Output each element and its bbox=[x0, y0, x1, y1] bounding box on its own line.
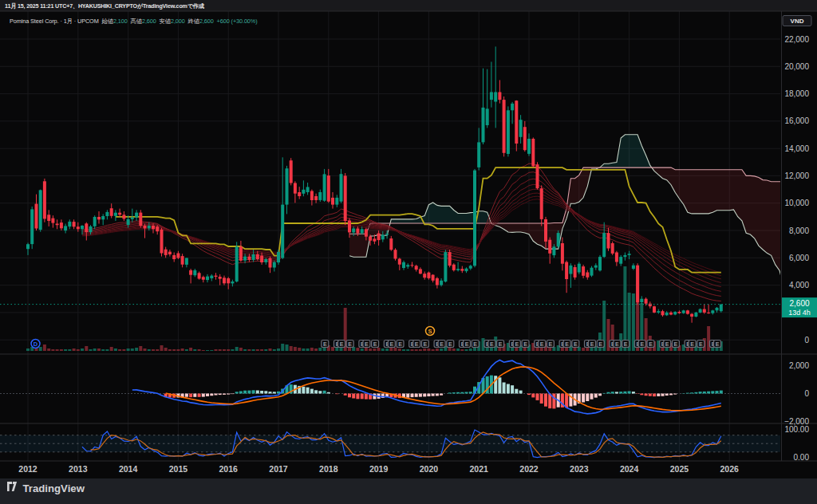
svg-text:8,000: 8,000 bbox=[789, 226, 809, 235]
svg-text:E: E bbox=[523, 341, 527, 347]
svg-text:E: E bbox=[549, 341, 553, 347]
svg-text:E: E bbox=[490, 341, 494, 347]
svg-text:S: S bbox=[428, 328, 432, 335]
svg-text:E: E bbox=[565, 341, 569, 347]
svg-text:E: E bbox=[716, 341, 720, 347]
svg-text:E: E bbox=[465, 341, 469, 347]
svg-text:2021: 2021 bbox=[470, 464, 489, 474]
svg-text:E: E bbox=[598, 341, 602, 347]
svg-text:16,000: 16,000 bbox=[784, 116, 809, 125]
svg-text:E: E bbox=[424, 341, 428, 347]
svg-text:E: E bbox=[389, 341, 393, 347]
svg-text:E: E bbox=[448, 341, 452, 347]
svg-text:2,600: 2,600 bbox=[789, 299, 809, 308]
svg-text:E: E bbox=[590, 341, 594, 347]
svg-text:E: E bbox=[373, 341, 377, 347]
svg-text:22,000: 22,000 bbox=[784, 35, 809, 44]
svg-text:E: E bbox=[440, 341, 444, 347]
svg-text:4,000: 4,000 bbox=[789, 281, 809, 289]
svg-text:10,000: 10,000 bbox=[784, 199, 809, 207]
svg-text:E: E bbox=[398, 341, 402, 347]
svg-text:12,000: 12,000 bbox=[784, 171, 809, 180]
svg-text:2012: 2012 bbox=[18, 464, 37, 474]
svg-text:E: E bbox=[699, 341, 703, 347]
svg-text:E: E bbox=[540, 341, 544, 347]
svg-text:18,000: 18,000 bbox=[784, 89, 809, 98]
svg-text:2014: 2014 bbox=[119, 464, 138, 474]
svg-text:E: E bbox=[640, 341, 644, 347]
svg-text:0.00: 0.00 bbox=[794, 453, 810, 462]
svg-text:D: D bbox=[34, 341, 38, 348]
svg-text:VND: VND bbox=[791, 18, 804, 25]
svg-text:E: E bbox=[674, 341, 678, 347]
svg-text:20,000: 20,000 bbox=[784, 62, 809, 71]
svg-text:2013: 2013 bbox=[69, 464, 88, 474]
svg-text:E: E bbox=[515, 341, 519, 347]
svg-text:E: E bbox=[323, 341, 327, 347]
svg-text:2015: 2015 bbox=[169, 464, 188, 474]
svg-text:E: E bbox=[473, 341, 477, 347]
svg-text:11月 15, 2025 11:21 UTC+7、HYAKU: 11月 15, 2025 11:21 UTC+7、HYAKUSHIKI_CRYP… bbox=[5, 2, 205, 10]
svg-text:2018: 2018 bbox=[319, 464, 338, 474]
svg-text:E: E bbox=[499, 341, 503, 347]
svg-text:0: 0 bbox=[804, 336, 809, 345]
svg-text:2026: 2026 bbox=[720, 464, 740, 474]
svg-text:TradingView: TradingView bbox=[23, 482, 85, 494]
svg-text:E: E bbox=[649, 341, 653, 347]
svg-text:2025: 2025 bbox=[670, 464, 689, 474]
svg-text:E: E bbox=[615, 341, 619, 347]
svg-text:E: E bbox=[665, 341, 669, 347]
svg-text:2017: 2017 bbox=[269, 464, 288, 474]
svg-text:0: 0 bbox=[804, 389, 809, 398]
svg-text:E: E bbox=[690, 341, 694, 347]
svg-text:100.00: 100.00 bbox=[784, 425, 809, 434]
svg-text:2,000: 2,000 bbox=[789, 361, 809, 370]
svg-text:E: E bbox=[340, 341, 344, 347]
svg-text:E: E bbox=[574, 341, 578, 347]
svg-text:2022: 2022 bbox=[519, 464, 539, 474]
svg-text:13d 4h: 13d 4h bbox=[788, 309, 811, 317]
svg-text:E: E bbox=[415, 341, 419, 347]
svg-text:2024: 2024 bbox=[620, 464, 639, 474]
svg-text:E: E bbox=[348, 341, 352, 347]
svg-text:Pomina Steel Corp. · 1月 · UPCO: Pomina Steel Corp. · 1月 · UPCOM 始値2,100 … bbox=[10, 18, 258, 25]
svg-text:E: E bbox=[365, 341, 369, 347]
svg-text:2016: 2016 bbox=[219, 464, 239, 474]
svg-text:2023: 2023 bbox=[570, 464, 589, 474]
svg-text:2020: 2020 bbox=[420, 464, 439, 474]
svg-text:E: E bbox=[624, 341, 628, 347]
svg-text:2019: 2019 bbox=[369, 464, 389, 474]
svg-text:6,000: 6,000 bbox=[789, 254, 809, 262]
svg-text:14,000: 14,000 bbox=[784, 144, 809, 153]
